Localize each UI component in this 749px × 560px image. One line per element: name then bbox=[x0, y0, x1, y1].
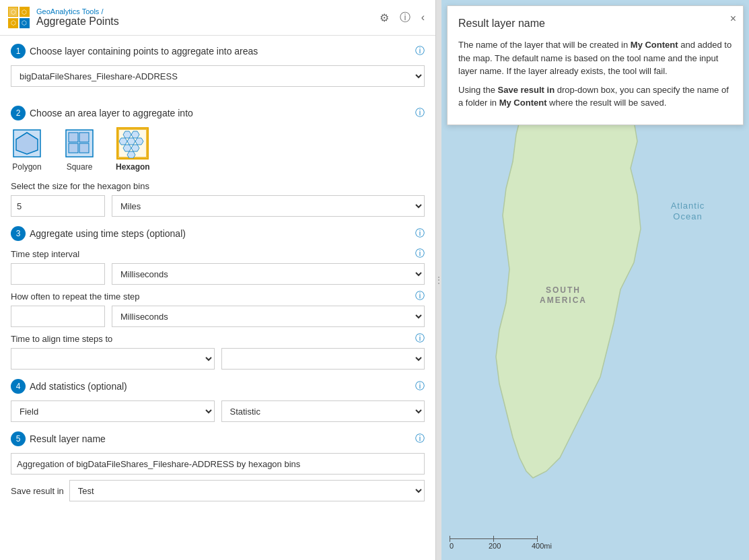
save-result-label: Save result in bbox=[11, 486, 64, 496]
step1-badge: 1 bbox=[11, 44, 26, 59]
save-result-row: Save result in Test bbox=[11, 480, 425, 501]
step4-info-icon[interactable]: ⓘ bbox=[415, 380, 425, 392]
step2-info-icon[interactable]: ⓘ bbox=[415, 107, 425, 119]
repeat-inputs: Milliseconds Seconds Minutes Hours Days … bbox=[11, 306, 425, 327]
svg-marker-22 bbox=[123, 145, 131, 151]
header-left: ⬡ ⬡ ⬡ ⬡ GeoAnalytics Tools / Aggregate P… bbox=[8, 7, 119, 28]
svg-text:⬡: ⬡ bbox=[22, 20, 27, 26]
step4-label: Add statistics (optional) bbox=[30, 381, 127, 392]
polygon-label: Polygon bbox=[12, 162, 41, 172]
popup-title: Result layer name bbox=[458, 15, 732, 32]
svg-text:AMERICA: AMERICA bbox=[540, 295, 587, 305]
hex-size-inputs: Miles Feet Kilometers Meters bbox=[11, 195, 425, 217]
tool-icon: ⬡ ⬡ ⬡ ⬡ bbox=[8, 7, 30, 28]
step3-badge: 3 bbox=[11, 226, 26, 241]
step4-badge: 4 bbox=[11, 379, 26, 394]
step1-label: Choose layer containing points to aggreg… bbox=[30, 46, 258, 57]
step1-info-icon[interactable]: ⓘ bbox=[415, 45, 425, 57]
time-interval-label: Time step interval bbox=[11, 249, 79, 259]
svg-text:⬡: ⬡ bbox=[11, 9, 16, 15]
area-type-options: Polygon Square bbox=[11, 127, 425, 172]
step3-info-icon[interactable]: ⓘ bbox=[415, 228, 425, 240]
align-label-row: Time to align time steps to ⓘ bbox=[11, 332, 425, 345]
left-panel: ⬡ ⬡ ⬡ ⬡ GeoAnalytics Tools / Aggregate P… bbox=[0, 0, 436, 560]
svg-marker-23 bbox=[131, 145, 139, 151]
step1-title: 1 Choose layer containing points to aggr… bbox=[11, 44, 258, 59]
step4-title: 4 Add statistics (optional) bbox=[11, 379, 127, 394]
hex-size-row: Select the size for the hexagon bins Mil… bbox=[11, 181, 425, 217]
svg-rect-12 bbox=[69, 133, 78, 142]
polygon-icon bbox=[12, 129, 42, 158]
repeat-info-icon[interactable]: ⓘ bbox=[415, 290, 425, 302]
time-interval-inputs: Milliseconds Seconds Minutes Hours Days … bbox=[11, 263, 425, 285]
panel-divider[interactable] bbox=[436, 0, 441, 560]
svg-marker-17 bbox=[123, 131, 131, 138]
layer-select[interactable]: bigDataFileShares_Fileshare-ADDRESS bbox=[11, 65, 425, 87]
step5-badge: 5 bbox=[11, 431, 26, 446]
header-text: GeoAnalytics Tools / Aggregate Points bbox=[36, 7, 119, 28]
hex-size-label: Select the size for the hexagon bins bbox=[11, 181, 425, 191]
svg-rect-13 bbox=[79, 133, 89, 142]
svg-marker-24 bbox=[127, 151, 135, 158]
hexagon-label: Hexagon bbox=[116, 162, 150, 172]
statistics-inputs: Field Statistic bbox=[11, 400, 425, 422]
form-content: 1 Choose layer containing points to aggr… bbox=[0, 36, 435, 560]
info-button[interactable]: ⓘ bbox=[397, 9, 413, 26]
polygon-icon-container bbox=[11, 127, 43, 160]
settings-button[interactable]: ⚙ bbox=[377, 10, 392, 26]
svg-rect-34 bbox=[493, 536, 494, 542]
popup-paragraph-2: Using the Save result in drop-down box, … bbox=[458, 83, 732, 110]
svg-rect-35 bbox=[537, 536, 538, 542]
step2-label: Choose an area layer to aggregate into bbox=[30, 108, 193, 118]
area-option-hexagon[interactable]: Hexagon bbox=[116, 127, 150, 172]
header-actions: ⚙ ⓘ ‹ bbox=[377, 9, 427, 26]
hexagon-icon bbox=[118, 129, 147, 158]
time-interval-unit-select[interactable]: Milliseconds Seconds Minutes Hours Days … bbox=[112, 263, 425, 285]
svg-text:⬡: ⬡ bbox=[11, 20, 16, 26]
breadcrumb[interactable]: GeoAnalytics Tools / bbox=[36, 7, 119, 15]
area-option-square[interactable]: Square bbox=[63, 127, 96, 172]
svg-text:⬡: ⬡ bbox=[22, 9, 27, 15]
popup-paragraph-1: The name of the layer that will be creat… bbox=[458, 38, 732, 78]
result-name-input[interactable] bbox=[11, 453, 425, 475]
step1-header: 1 Choose layer containing points to aggr… bbox=[11, 44, 425, 59]
step2-header: 2 Choose an area layer to aggregate into… bbox=[11, 106, 425, 120]
step5-info-icon[interactable]: ⓘ bbox=[415, 433, 425, 445]
svg-text:Ocean: Ocean bbox=[673, 211, 702, 221]
popup-box: Result layer name × The name of the laye… bbox=[447, 5, 744, 125]
svg-rect-15 bbox=[79, 143, 89, 153]
hex-size-input[interactable] bbox=[11, 195, 105, 217]
hex-size-unit-select[interactable]: Miles Feet Kilometers Meters bbox=[112, 195, 425, 217]
align-info-icon[interactable]: ⓘ bbox=[415, 332, 425, 345]
save-result-select[interactable]: Test bbox=[69, 480, 425, 501]
svg-text:200: 200 bbox=[489, 542, 501, 550]
step3-title: 3 Aggregate using time steps (optional) bbox=[11, 226, 186, 241]
svg-text:400mi: 400mi bbox=[532, 542, 552, 550]
step3-header: 3 Aggregate using time steps (optional) … bbox=[11, 226, 425, 241]
square-icon-container bbox=[63, 127, 96, 160]
align-unit-select[interactable] bbox=[221, 348, 425, 370]
svg-marker-18 bbox=[131, 131, 139, 138]
collapse-button[interactable]: ‹ bbox=[419, 10, 427, 25]
time-interval-input[interactable] bbox=[11, 263, 105, 285]
right-panel: Atlantic Ocean SOUTH AMERICA 0 200 400mi… bbox=[441, 0, 749, 560]
header: ⬡ ⬡ ⬡ ⬡ GeoAnalytics Tools / Aggregate P… bbox=[0, 0, 435, 36]
step5-label: Result layer name bbox=[30, 433, 106, 444]
area-option-polygon[interactable]: Polygon bbox=[11, 127, 43, 172]
hexagon-icon-container bbox=[116, 127, 149, 160]
svg-marker-21 bbox=[135, 138, 143, 145]
repeat-input[interactable] bbox=[11, 306, 105, 327]
repeat-unit-select[interactable]: Milliseconds Seconds Minutes Hours Days … bbox=[112, 306, 425, 327]
statistic-select[interactable]: Statistic bbox=[221, 400, 425, 422]
time-interval-info-icon[interactable]: ⓘ bbox=[415, 248, 425, 260]
step4-header: 4 Add statistics (optional) ⓘ bbox=[11, 379, 425, 394]
svg-text:Atlantic: Atlantic bbox=[671, 201, 705, 211]
repeat-label-row: How often to repeat the time step ⓘ bbox=[11, 290, 425, 302]
field-select[interactable]: Field bbox=[11, 400, 215, 422]
step5-header: 5 Result layer name ⓘ bbox=[11, 431, 425, 446]
step2-title: 2 Choose an area layer to aggregate into bbox=[11, 106, 193, 120]
square-icon bbox=[65, 129, 94, 158]
svg-text:0: 0 bbox=[450, 542, 454, 550]
popup-close-button[interactable]: × bbox=[730, 13, 736, 25]
align-input-select[interactable] bbox=[11, 348, 215, 370]
